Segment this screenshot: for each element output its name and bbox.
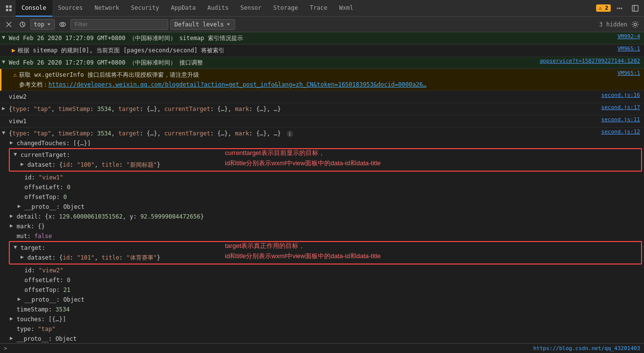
tab-audits[interactable]: Audits: [201, 0, 234, 17]
annotation-target: target表示真正作用的目标， id和title分别表示wxml中view面板…: [225, 241, 381, 262]
toggle-arrow[interactable]: ▼: [14, 244, 21, 250]
log-source[interactable]: second.js:17: [601, 104, 640, 110]
toggle-arrow[interactable]: ▼: [2, 59, 9, 65]
toggle-arrow[interactable]: ▼: [2, 130, 9, 136]
tab-network[interactable]: Network: [89, 0, 125, 17]
svg-line-13: [22, 24, 24, 26]
tab-appdata[interactable]: AppData: [165, 0, 202, 17]
svg-rect-7: [632, 5, 638, 11]
log-entry: ▼ Wed Feb 26 2020 17:27:09 GMT+0800 （中国标…: [0, 32, 644, 44]
tab-storage[interactable]: Storage: [267, 0, 304, 17]
toggle-arrow[interactable]: ▶: [10, 222, 17, 229]
tab-sources[interactable]: Sources: [52, 0, 89, 17]
log-entry: view1 second.js:11: [0, 115, 644, 128]
svg-point-5: [619, 7, 621, 9]
tab-bar: Console Sources Network Security AppData…: [0, 0, 644, 17]
toggle-arrow[interactable]: ▶: [2, 105, 9, 111]
log-source[interactable]: appservice?t=1582709227144:1202: [540, 58, 640, 64]
toggle-arrow[interactable]: ▶: [10, 335, 17, 341]
filter-input[interactable]: [70, 19, 168, 30]
toggle-arrow[interactable]: ▶: [18, 296, 24, 302]
eye-btn[interactable]: [57, 19, 68, 30]
log-source[interactable]: second.js:11: [601, 116, 640, 123]
svg-point-18: [634, 23, 637, 25]
toggle-arrow[interactable]: ▶: [21, 254, 27, 260]
toggle-arrow[interactable]: ▼: [2, 34, 9, 41]
log-entry: ▼ Wed Feb 26 2020 17:27:09 GMT+0800 （中国标…: [0, 57, 644, 69]
log-entry: ▶ 根据 sitemap 的规则[0], 当前页面 [pages/second/…: [0, 44, 644, 57]
log-source[interactable]: VM965:1: [618, 45, 640, 52]
toggle-arrow[interactable]: ▼: [14, 151, 21, 157]
toggle-arrow[interactable]: ▶: [10, 315, 17, 322]
log-entry-warning: ⚠ 获取 wx.getUserInfo 接口后续将不再出现授权弹窗，请注意升级 …: [0, 69, 644, 91]
warning-badge: ⚠ 2: [596, 4, 611, 12]
toggle-arrow[interactable]: ▶: [18, 203, 24, 209]
svg-point-4: [617, 7, 619, 9]
settings-btn[interactable]: [629, 19, 641, 30]
warning-icon: ⚠: [13, 71, 17, 78]
undock-btn[interactable]: [628, 1, 642, 15]
toggle-arrow[interactable]: ▶: [21, 161, 27, 167]
svg-rect-1: [9, 5, 12, 8]
tab-wxml[interactable]: Wxml: [333, 0, 359, 17]
context-select[interactable]: top: [30, 19, 55, 30]
console-output: ▼ Wed Feb 26 2020 17:27:09 GMT+0800 （中国标…: [0, 32, 644, 343]
svg-rect-2: [6, 9, 8, 11]
level-select[interactable]: Default levels: [170, 19, 235, 30]
svg-point-15: [60, 22, 66, 26]
preserve-log-btn[interactable]: [17, 19, 28, 30]
log-source[interactable]: VM965:1: [618, 70, 640, 76]
svg-marker-17: [227, 23, 230, 25]
clear-console-btn[interactable]: [3, 19, 15, 30]
log-entry-expanded: ▼ {type: "tap", timeStamp: 3534, target:…: [0, 128, 644, 343]
log-entry: ▶ {type: "tap", timeStamp: 3534, target:…: [0, 103, 644, 115]
svg-marker-14: [47, 23, 50, 25]
status-url: https://blog.csdn.net/qq_43201403: [533, 345, 640, 352]
tab-sensor[interactable]: Sensor: [234, 0, 267, 17]
svg-rect-3: [9, 9, 12, 11]
log-entry: view2 second.js:16: [0, 91, 644, 103]
tab-security[interactable]: Security: [125, 0, 165, 17]
warning-icon: ▶: [12, 46, 16, 54]
console-toolbar: top Default levels 3 hidden: [0, 17, 644, 32]
log-source[interactable]: second.js:16: [601, 92, 640, 98]
toggle-arrow[interactable]: ▶: [10, 213, 17, 219]
svg-point-6: [621, 7, 622, 9]
log-source[interactable]: VM992:4: [618, 33, 640, 40]
prompt-char: >: [4, 345, 7, 352]
svg-point-16: [62, 23, 64, 25]
tab-console[interactable]: Console: [16, 0, 52, 17]
annotation-currenttarget: currenttarget表示目前显示的目标， id和title分别表示wxml…: [225, 148, 381, 169]
tab-trace[interactable]: Trace: [304, 0, 333, 17]
svg-rect-0: [6, 5, 8, 8]
devtools-icon-btn[interactable]: [2, 1, 16, 15]
more-options-btn[interactable]: [613, 1, 626, 15]
hidden-count: 3 hidden: [599, 21, 627, 28]
status-bar: > https://blog.csdn.net/qq_43201403: [0, 343, 644, 353]
log-source[interactable]: second.js:12: [601, 129, 640, 135]
toggle-arrow[interactable]: ▶: [10, 139, 17, 146]
